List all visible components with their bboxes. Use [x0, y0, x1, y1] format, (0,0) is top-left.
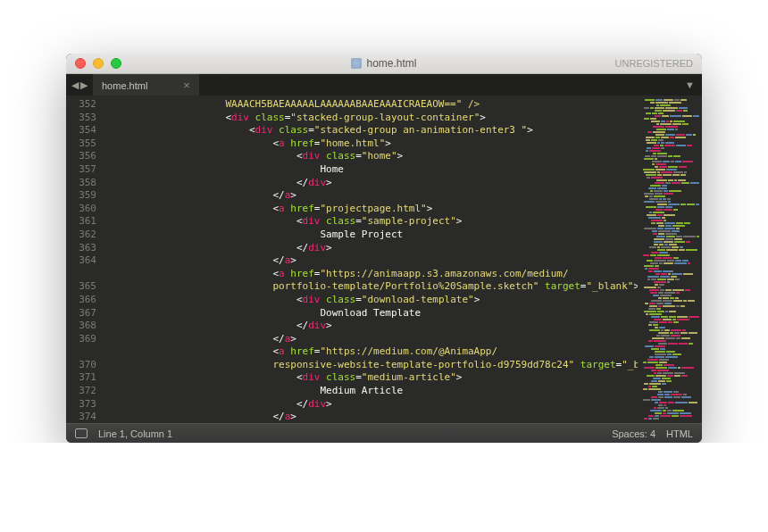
unregistered-label: UNREGISTERED [615, 58, 693, 69]
editor-window: home.html UNREGISTERED ◀ ▶ home.html × ▼… [66, 54, 702, 443]
tab-menu-icon[interactable]: ▼ [685, 79, 695, 90]
minimize-window-button[interactable] [93, 58, 104, 69]
close-window-button[interactable] [75, 58, 86, 69]
line-number-gutter[interactable]: 3523533543553563573583593603613623633643… [66, 96, 104, 423]
nav-arrows: ◀ ▶ [66, 74, 93, 96]
maximize-window-button[interactable] [111, 58, 121, 69]
cursor-position[interactable]: Line 1, Column 1 [98, 428, 172, 439]
traffic-lights [66, 58, 121, 69]
tab-home-html[interactable]: home.html × [93, 74, 199, 96]
language-mode[interactable]: HTML [666, 428, 693, 439]
close-tab-icon[interactable]: × [183, 79, 190, 92]
panel-icon[interactable] [75, 428, 88, 438]
back-button[interactable]: ◀ [71, 79, 79, 91]
window-title: home.html [366, 57, 416, 70]
editor-area: 3523533543553563573583593603613623633643… [66, 96, 702, 423]
minimap-content [638, 96, 702, 423]
code-editor[interactable]: WAAACH5BAEAAAAALAAAAAABAAEAAAICRAEAOW=="… [104, 96, 638, 423]
file-icon [351, 58, 362, 69]
forward-button[interactable]: ▶ [80, 79, 88, 91]
indentation-setting[interactable]: Spaces: 4 [612, 428, 655, 439]
statusbar: Line 1, Column 1 Spaces: 4 HTML [66, 423, 702, 443]
tabbar: ◀ ▶ home.html × ▼ [66, 74, 702, 96]
tab-label: home.html [102, 80, 147, 91]
titlebar[interactable]: home.html UNREGISTERED [66, 54, 702, 74]
window-title-group: home.html [66, 57, 702, 70]
minimap[interactable] [638, 96, 702, 423]
